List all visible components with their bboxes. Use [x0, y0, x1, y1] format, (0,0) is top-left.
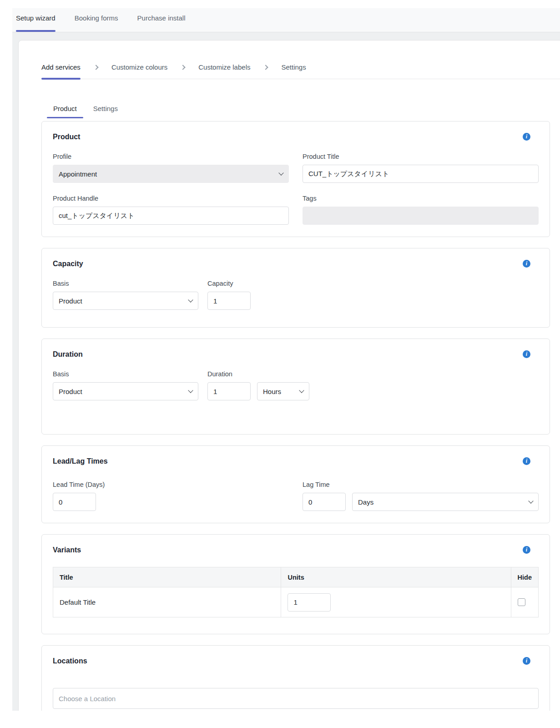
lag-unit-value: Days — [358, 498, 373, 506]
duration-unit-value: Hours — [263, 388, 281, 395]
subtab-settings[interactable]: Settings — [87, 105, 124, 118]
capacity-basis-label: Basis — [53, 280, 198, 288]
top-tab-setup-wizard[interactable]: Setup wizard — [16, 8, 55, 32]
variants-col-units: Units — [281, 567, 511, 587]
lead-time-input[interactable] — [53, 493, 96, 511]
chevron-down-icon — [528, 498, 533, 503]
tags-input — [303, 207, 539, 225]
product-handle-label: Product Handle — [53, 195, 289, 202]
leadlag-card: Lead/Lag Times Lead Time (Days) Lag Time… — [41, 445, 550, 523]
info-icon[interactable] — [523, 260, 530, 268]
chevron-right-icon — [93, 65, 98, 70]
lead-time-label: Lead Time (Days) — [53, 481, 289, 489]
duration-basis-label: Basis — [53, 370, 198, 378]
step-customize-labels[interactable]: Customize labels — [198, 57, 250, 79]
leadlag-card-title: Lead/Lag Times — [53, 457, 539, 465]
app-frame: Setup wizard Booking forms Purchase inst… — [12, 8, 560, 711]
chevron-right-icon — [263, 65, 268, 70]
product-title-input[interactable] — [303, 165, 539, 183]
table-row: Default Title — [53, 587, 539, 617]
duration-unit-select[interactable]: Hours — [257, 382, 309, 400]
duration-basis-select[interactable]: Product — [53, 382, 198, 400]
chevron-down-icon — [188, 297, 193, 302]
wizard-step-nav: Add services Customize colours Customize… — [41, 57, 560, 79]
subtab-product[interactable]: Product — [47, 105, 83, 118]
top-tab-booking-forms[interactable]: Booking forms — [75, 8, 118, 32]
capacity-basis-select[interactable]: Product — [53, 292, 198, 310]
capacity-card: Capacity Basis Product Capacity — [41, 248, 550, 328]
info-icon[interactable] — [523, 457, 530, 465]
profile-select-value: Appointment — [59, 170, 97, 178]
profile-label: Profile — [53, 153, 289, 161]
tags-label: Tags — [303, 195, 539, 202]
duration-label: Duration — [207, 370, 309, 378]
variant-hide-checkbox[interactable] — [518, 598, 525, 606]
variants-col-hide: Hide — [511, 567, 538, 587]
duration-card-title: Duration — [53, 350, 539, 359]
locations-card-title: Locations — [53, 657, 539, 665]
top-tab-purchase-install[interactable]: Purchase install — [137, 8, 186, 32]
variant-title-cell: Default Title — [53, 587, 281, 617]
capacity-input[interactable] — [207, 292, 251, 310]
capacity-card-title: Capacity — [53, 259, 539, 268]
product-card: Product Profile Appointment Product Titl… — [41, 121, 550, 237]
main-panel: Add services Customize colours Customize… — [18, 40, 560, 711]
step-add-services[interactable]: Add services — [41, 57, 81, 79]
variants-card-title: Variants — [53, 546, 539, 554]
variants-card: Variants Title Units Hide Default Title — [41, 534, 550, 634]
chevron-down-icon — [299, 388, 304, 393]
lag-time-input[interactable] — [303, 493, 346, 511]
step-customize-colours[interactable]: Customize colours — [111, 57, 167, 79]
profile-select[interactable]: Appointment — [53, 165, 289, 183]
info-icon[interactable] — [523, 133, 530, 141]
chevron-right-icon — [181, 65, 186, 70]
location-input[interactable] — [53, 688, 539, 709]
capacity-basis-value: Product — [59, 297, 82, 305]
variant-units-input[interactable] — [288, 593, 331, 612]
info-icon[interactable] — [523, 546, 530, 554]
chevron-down-icon — [278, 170, 283, 175]
variants-table: Title Units Hide Default Title — [53, 567, 539, 617]
step-settings[interactable]: Settings — [281, 57, 306, 79]
info-icon[interactable] — [523, 657, 530, 665]
info-icon[interactable] — [523, 350, 530, 358]
lag-unit-select[interactable]: Days — [352, 493, 539, 511]
lag-time-label: Lag Time — [303, 481, 539, 489]
chevron-down-icon — [188, 388, 193, 393]
product-card-title: Product — [53, 132, 539, 141]
variants-col-title: Title — [53, 567, 281, 587]
duration-basis-value: Product — [59, 388, 82, 395]
capacity-label: Capacity — [207, 280, 251, 288]
sub-tab-bar: Product Settings — [41, 105, 560, 118]
duration-card: Duration Basis Product Duration Hours — [41, 339, 550, 435]
product-handle-input[interactable] — [53, 207, 289, 225]
locations-card: Locations — [41, 645, 550, 711]
product-title-label: Product Title — [303, 153, 539, 161]
duration-value-input[interactable] — [207, 382, 251, 400]
top-tab-bar: Setup wizard Booking forms Purchase inst… — [12, 8, 560, 32]
